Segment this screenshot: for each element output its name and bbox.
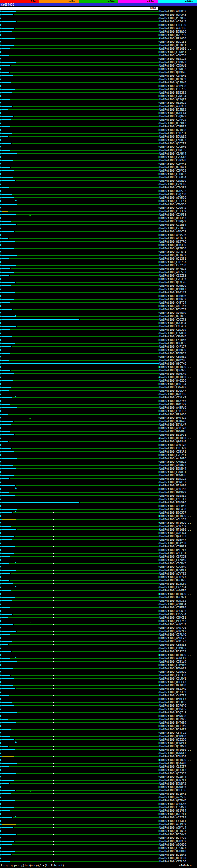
hsp-segment[interactable] [16,62,158,63]
hsp-segment[interactable] [2,92,12,93]
hsp-segment[interactable] [8,313,158,313]
hit-label[interactable]: UniRef100_Q57M93 [159,745,186,748]
hit-label[interactable]: UniRef100_C9B1B2 [159,409,186,413]
hsp-segment[interactable] [2,184,11,184]
hit-label[interactable]: UniRef100_B6G147 [159,291,186,294]
hsp-segment[interactable] [2,275,9,276]
hsp-segment[interactable] [15,638,158,638]
hit-label[interactable]: UniRef100_A4N7U6 [159,626,186,630]
hsp-segment[interactable] [12,804,158,804]
hsp-segment[interactable] [15,749,158,750]
hsp-segment[interactable] [9,289,158,289]
hsp-segment[interactable] [13,566,158,567]
hsp-segment[interactable] [11,831,158,831]
hsp-segment[interactable] [13,770,158,770]
hsp-segment[interactable] [2,462,9,462]
hsp-segment[interactable] [2,465,12,466]
hsp-segment[interactable] [2,807,13,808]
hit-label[interactable]: UniRef100_Q1Z2J6 [159,738,186,741]
hsp-segment[interactable] [2,851,15,852]
hit-label[interactable]: UniRef100_C3WOZ0 [159,332,186,335]
hit-label[interactable]: UniRef100_C0B8L0 [159,670,186,674]
hit-label[interactable]: UniRef100_A7GX33 [159,105,186,108]
hit-label[interactable]: UniRef100_UP1000... [159,366,191,369]
hit-label[interactable]: UniRef100_Q57JL9 [159,691,186,694]
hsp-segment[interactable] [10,353,158,354]
hsp-segment[interactable] [17,733,158,733]
hsp-segment[interactable] [16,468,158,469]
hsp-segment[interactable] [16,163,158,164]
hsp-segment[interactable] [2,224,16,225]
hsp-segment[interactable] [17,834,158,835]
hit-label[interactable]: UniRef100_Q32DF4 [159,775,186,779]
hsp-segment[interactable] [2,102,17,103]
hsp-segment[interactable] [2,566,12,567]
hit-label[interactable]: UniRef100_B5N6L8 [159,714,186,718]
hsp-segment[interactable] [15,89,158,90]
hsp-segment[interactable] [13,75,158,76]
hit-label[interactable]: UniRef100_C3AH44 [159,152,186,155]
hsp-segment[interactable] [2,651,11,652]
hsp-segment[interactable] [13,421,158,422]
hit-label[interactable]: UniRef100_A5L1G3 [159,518,186,521]
hsp-segment[interactable] [2,787,13,787]
hit-label[interactable]: UniRef100_C3TL66 [159,860,186,863]
hit-label[interactable]: UniRef100_A9B1V8 [159,427,186,430]
hsp-segment[interactable] [15,699,158,699]
hit-label[interactable]: UniRef100_UP1000... [159,47,191,51]
hsp-segment[interactable] [2,367,16,367]
hit-label[interactable]: UniRef100_B1LFL6 [159,789,186,792]
hsp-segment[interactable] [2,333,14,334]
hit-label[interactable]: UniRef100_Q0TDW6 [159,799,186,802]
hsp-segment[interactable] [2,269,10,269]
hsp-segment[interactable] [2,319,79,320]
hit-label[interactable]: UniRef100_P43753 [159,620,186,623]
hit-label[interactable]: UniRef100_B9DYM6 [159,359,186,362]
hsp-segment[interactable] [2,208,12,208]
hsp-segment[interactable] [8,211,158,212]
hsp-segment[interactable] [2,285,11,286]
hsp-segment[interactable] [2,82,11,83]
hit-label[interactable]: UniRef100_B9MHY9 [159,491,186,494]
hsp-segment[interactable] [12,194,158,195]
hit-label[interactable]: UniRef100_C1MU55 [159,647,186,650]
hsp-segment[interactable] [12,817,158,818]
hsp-segment[interactable] [2,221,11,222]
hsp-segment[interactable] [2,858,14,859]
hsp-segment[interactable] [9,72,158,73]
hsp-segment[interactable] [2,86,9,86]
hit-label[interactable]: UniRef100_C3DEV6 [159,179,186,183]
hsp-segment[interactable] [14,248,158,249]
hit-label[interactable]: UniRef100_B5RE17 [159,698,186,701]
hit-label[interactable]: UniRef100_A9VSQ6 [159,234,186,237]
hsp-segment[interactable] [11,794,158,794]
hit-label[interactable]: UniRef100_C4Z8X0 [159,559,186,562]
hsp-segment[interactable] [10,302,158,303]
hsp-segment[interactable] [17,763,158,764]
hit-label[interactable]: UniRef100_C8PFE5 [159,149,186,152]
hit-label[interactable]: UniRef100_UP1000... [159,528,191,531]
hit-label[interactable]: UniRef100_C5RNF4 [159,125,186,128]
hsp-segment[interactable] [2,397,12,398]
hsp-segment[interactable] [12,397,158,398]
hsp-segment[interactable] [2,526,11,527]
hsp-segment[interactable] [16,265,158,266]
hit-label[interactable]: UniRef100_B1RJU0 [159,244,186,247]
hsp-segment[interactable] [14,706,158,706]
hsp-segment[interactable] [2,265,16,266]
hit-label[interactable]: UniRef100_C0EA67 [159,325,186,328]
hsp-segment[interactable] [8,109,158,110]
hsp-segment[interactable] [2,306,17,306]
hit-label[interactable]: UniRef100_B1BDL0 [159,348,186,352]
hsp-segment[interactable] [2,478,9,479]
hsp-segment[interactable] [16,316,158,316]
hit-label[interactable]: UniRef100_C3G034 [159,176,186,179]
hsp-segment[interactable] [13,279,158,279]
hit-label[interactable]: UniRef100_B3E3B2 [159,91,186,95]
hsp-segment[interactable] [2,258,9,259]
hit-label[interactable]: UniRef100_B7N711 [159,779,186,782]
hsp-segment[interactable] [2,722,16,723]
hit-label[interactable]: UniRef100_B7GMP4 [159,321,186,325]
hsp-segment[interactable] [12,641,158,642]
hsp-segment[interactable] [2,170,14,171]
